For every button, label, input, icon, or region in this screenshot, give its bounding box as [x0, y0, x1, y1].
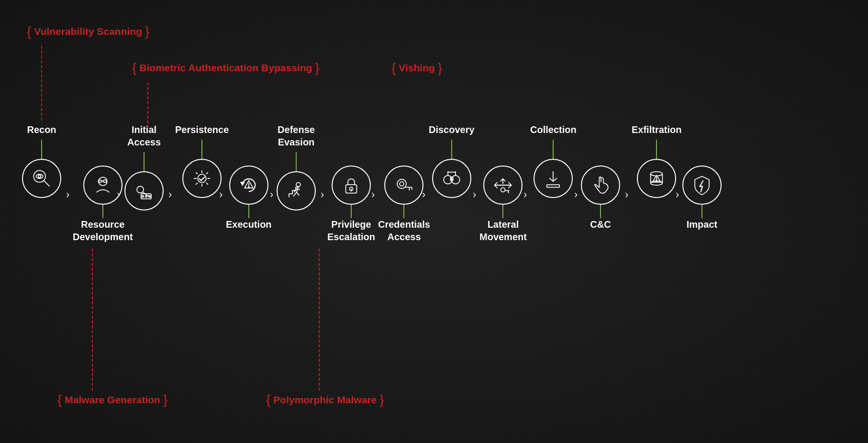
dashed-line-biometric [147, 82, 148, 128]
defense-evasion-label: Defense Evasion [278, 123, 315, 148]
svg-line-21 [293, 192, 297, 197]
svg-rect-6 [103, 180, 107, 182]
svg-line-22 [297, 192, 299, 196]
svg-rect-25 [346, 185, 357, 193]
col-collection: Collection [530, 123, 577, 198]
svg-point-41 [501, 188, 505, 192]
malware-gen-label: { Malware Generation } [57, 392, 167, 408]
green-line-initial-access [144, 152, 145, 171]
diagram-container: { Vulnerability Scanning } { Biometric A… [0, 0, 868, 443]
priv-esc-icon [332, 166, 371, 205]
green-line-recon-down [41, 140, 42, 159]
svg-point-12 [145, 196, 147, 198]
col-discovery: Discovery [429, 123, 475, 198]
col-cc: C&C [581, 123, 620, 231]
biometric-text: Biometric Authentication Bypassing [139, 62, 312, 74]
lateral-movement-icon [483, 166, 523, 205]
discovery-icon [432, 159, 471, 198]
exfiltration-icon [637, 159, 676, 198]
arrow-4-5: › [270, 188, 273, 201]
bracket-close: } [145, 24, 149, 39]
discovery-label: Discovery [429, 123, 475, 136]
svg-point-8 [137, 186, 144, 193]
polymorphic-label: { Polymorphic Malware } [266, 392, 384, 408]
creds-access-icon [384, 166, 423, 205]
svg-point-11 [142, 196, 144, 198]
green-line-res-dev-below [102, 205, 103, 218]
col-creds-access: Credentials Access [378, 123, 430, 243]
persistence-label: Persistence [175, 123, 229, 136]
arrow-3-4: › [219, 188, 223, 201]
bracket-close-4: } [163, 392, 167, 408]
col-defense-evasion: Defense Evasion [277, 123, 316, 210]
svg-marker-15 [241, 182, 244, 185]
bracket-close-2: } [315, 60, 319, 76]
arrow-0-1: › [66, 188, 69, 201]
biometric-label: { Biometric Authentication Bypassing } [132, 60, 320, 76]
persistence-icon [182, 159, 222, 198]
col-execution: Execution [226, 123, 272, 231]
collection-label: Collection [530, 123, 577, 136]
recon-label: Recon [27, 123, 56, 136]
execution-label: Execution [226, 218, 272, 231]
col-priv-esc: Privilege Escalation [327, 123, 375, 243]
arrow-10-11: › [574, 188, 578, 201]
initial-access-icon [124, 171, 164, 210]
execution-icon [229, 166, 268, 205]
col-initial-access: Initial Access [124, 123, 164, 210]
priv-esc-label: Privilege Escalation [327, 218, 375, 243]
arrow-9-10: › [523, 188, 527, 201]
dashed-line-vuln [41, 46, 42, 121]
impact-label: Impact [687, 218, 717, 231]
recon-icon [22, 159, 61, 198]
svg-point-55 [656, 180, 657, 182]
creds-access-label: Credentials Access [378, 218, 430, 243]
initial-access-label: Initial Access [127, 123, 161, 148]
defense-evasion-icon [277, 171, 316, 210]
svg-point-19 [296, 182, 300, 187]
dashed-line-resource-dev-down [92, 249, 93, 390]
col-lateral-movement: Lateral Movement [479, 123, 527, 243]
resource-dev-label: Resource Development [73, 218, 133, 243]
exfiltration-label: Exfiltration [632, 123, 681, 136]
col-resource-dev: Resource Development [73, 123, 133, 243]
svg-point-3 [38, 175, 41, 177]
arrow-2-3: › [168, 188, 172, 201]
svg-point-29 [400, 182, 404, 186]
bracket-open-5: { [266, 392, 270, 408]
bracket-open-3: { [391, 60, 396, 76]
dashed-line-priv-esc-down [319, 249, 320, 390]
svg-line-1 [44, 180, 49, 186]
arrow-11-12: › [625, 188, 628, 201]
bracket-open: { [27, 24, 31, 39]
bracket-open-4: { [57, 392, 62, 408]
cc-icon [581, 166, 620, 205]
collection-icon [534, 159, 573, 198]
svg-point-18 [248, 187, 249, 188]
arrow-6-7: › [371, 188, 375, 201]
vuln-scan-text: Vulnerability Scanning [34, 26, 142, 37]
vishing-label: { Vishing } [391, 60, 442, 76]
col-impact: Impact [682, 123, 722, 231]
bracket-close-3: } [438, 60, 442, 76]
col-recon: Recon [22, 123, 61, 198]
svg-point-14 [198, 174, 206, 183]
red-line-priv-esc [351, 205, 352, 218]
polymorphic-text: Polymorphic Malware [273, 394, 377, 406]
arrow-8-9: › [473, 188, 476, 201]
cc-label: C&C [590, 218, 611, 231]
arrow-5-6: › [321, 188, 324, 201]
vishing-text: Vishing [399, 62, 434, 74]
col-exfiltration: Exfiltration [632, 123, 681, 198]
svg-point-28 [397, 179, 406, 188]
vuln-scan-label: { Vulnerability Scanning } [27, 24, 149, 39]
svg-point-0 [33, 170, 45, 182]
bracket-open-2: { [132, 60, 136, 76]
malware-gen-text: Malware Generation [65, 394, 160, 406]
arrow-1-2: › [117, 188, 120, 201]
arrow-12-13: › [676, 188, 679, 201]
impact-icon [682, 166, 722, 205]
col-persistence: Persistence [175, 123, 229, 198]
arrow-7-8: › [422, 188, 425, 201]
bracket-close-5: } [379, 392, 384, 408]
